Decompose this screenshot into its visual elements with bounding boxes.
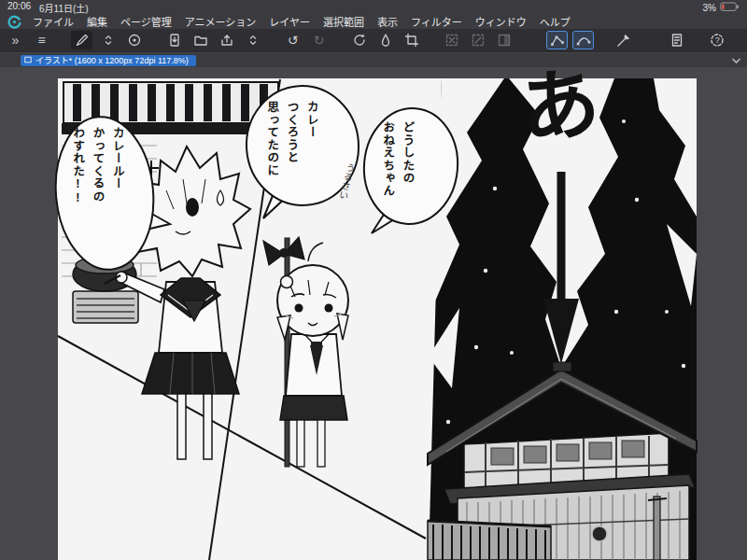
- blend-tool-icon[interactable]: [374, 31, 396, 49]
- tool-switch-2-icon[interactable]: [242, 31, 263, 49]
- status-bar: 20:06 6月11日(土) 3%: [0, 0, 747, 14]
- battery-icon: [720, 2, 740, 14]
- open-file-icon[interactable]: [190, 31, 211, 49]
- menu-item-layer[interactable]: レイヤー: [262, 14, 317, 29]
- pen-tool-icon[interactable]: [71, 31, 92, 49]
- menu-item-selection[interactable]: 選択範囲: [317, 14, 371, 29]
- speech-bubble-3-text: どうしたの おねえちゃん: [377, 121, 417, 215]
- toolbar: » ≡ ↺ ↻: [0, 29, 747, 52]
- svg-text:?: ?: [714, 35, 719, 45]
- save-to-device-icon[interactable]: [163, 31, 185, 49]
- undo-icon[interactable]: ↺: [282, 31, 303, 49]
- menu-item-page-management[interactable]: ページ管理: [114, 14, 178, 29]
- deselect-icon[interactable]: [441, 31, 462, 49]
- export-share-icon[interactable]: [216, 31, 237, 49]
- menu-item-help[interactable]: ヘルプ: [533, 14, 577, 29]
- select-special-icon[interactable]: [467, 31, 488, 49]
- redo-icon[interactable]: ↻: [308, 31, 330, 49]
- crop-icon[interactable]: [401, 31, 422, 49]
- battery-percent: 3%: [703, 3, 716, 13]
- sub-tool-icon[interactable]: [123, 31, 145, 49]
- menu-item-view[interactable]: 表示: [371, 14, 404, 29]
- quick-help-icon[interactable]: ?: [706, 31, 727, 49]
- document-tab-title: イラスト* (1600 x 1200px 72dpi 117.8%): [35, 55, 189, 66]
- menu-item-animation[interactable]: アニメーション: [178, 14, 263, 29]
- canvas-tab-icon: [24, 55, 32, 66]
- menu-item-file[interactable]: ファイル: [26, 14, 80, 29]
- snap-ruler-icon[interactable]: [613, 31, 634, 49]
- reference-window-icon[interactable]: [666, 31, 687, 49]
- main-menu-icon[interactable]: ≡: [31, 31, 52, 49]
- layer-mask-icon[interactable]: [493, 31, 514, 49]
- snap-curve-icon[interactable]: [572, 31, 594, 49]
- menu-item-window[interactable]: ウィンドウ: [469, 14, 533, 29]
- night-panel: [428, 78, 697, 560]
- tool-switch-icon[interactable]: [97, 31, 119, 49]
- snap-straight-line-icon[interactable]: [546, 31, 568, 49]
- sfx-text: あ: [508, 67, 613, 150]
- clip-studio-logo-icon[interactable]: [6, 14, 22, 29]
- document-tab-bar: イラスト* (1600 x 1200px 72dpi 117.8%): [0, 53, 747, 67]
- reset-view-icon[interactable]: [348, 31, 370, 49]
- menu-item-edit[interactable]: 編集: [80, 14, 114, 29]
- clock-time: 20:06: [7, 1, 31, 15]
- speech-bubble-1-text: カレールー かってくるの わすれた!!: [67, 127, 127, 276]
- menu-bar: ファイル 編集 ページ管理 アニメーション レイヤー 選択範囲 表示 フィルター…: [0, 14, 747, 29]
- canvas[interactable]: カレールー かってくるの わすれた!! カレー つくろうと 思ってたのに どうし…: [0, 67, 747, 560]
- speech-bubble-2-text: カレー つくろうと 思ってたのに: [261, 101, 321, 198]
- menu-item-filter[interactable]: フィルター: [404, 14, 469, 29]
- clock-date: 6月11日(土): [39, 1, 89, 15]
- active-document-tab[interactable]: イラスト* (1600 x 1200px 72dpi 117.8%): [21, 55, 196, 66]
- collapse-panels-icon[interactable]: »: [5, 31, 26, 49]
- chevron-down-icon[interactable]: [731, 57, 741, 64]
